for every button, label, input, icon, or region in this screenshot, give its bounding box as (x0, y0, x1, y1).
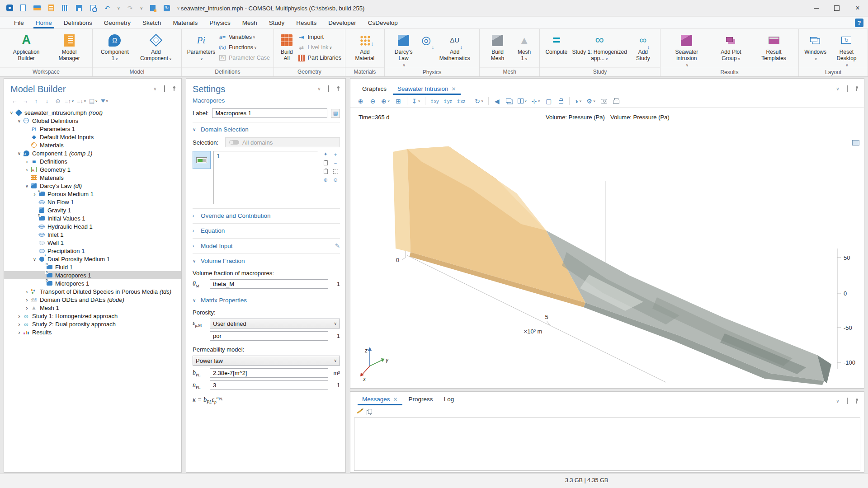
select-objects-icon[interactable] (505, 97, 513, 106)
tree-item-precipitation-1[interactable]: Precipitation 1 (4, 247, 181, 255)
plot-settings-icon[interactable]: ⊹∨ (532, 97, 541, 106)
tree-item-root[interactable]: seawater_intrusion.mph(root) (4, 108, 181, 117)
float-panel-icon[interactable] (328, 86, 329, 91)
panel-menu-icon[interactable]: ∨ (835, 398, 840, 404)
go-to-view-icon[interactable]: ↧∨ (412, 97, 421, 106)
menu-csdevelop[interactable]: CsDevelop (362, 17, 404, 28)
close-tab-icon[interactable]: ✕ (452, 86, 456, 92)
tree-item-macropores-1[interactable]: Macropores 1 (4, 271, 181, 279)
chevron-right-icon[interactable] (24, 288, 30, 295)
functions-button[interactable]: Functions∨ (218, 43, 270, 52)
zoom-extents-icon[interactable]: ⊞ (395, 97, 402, 106)
tree-item-geometry-1[interactable]: Geometry 1 (4, 165, 181, 174)
panel-menu-icon[interactable]: ∨ (835, 86, 840, 91)
forward-icon[interactable]: → (21, 98, 29, 104)
mesh-1-button[interactable]: Mesh 1∨ (513, 30, 536, 62)
tree-item-hydraulic-head-1[interactable]: Hydraulic Head 1 (4, 222, 181, 230)
tab-seawater-intrusion[interactable]: Seawater Intrusion✕ (393, 85, 461, 95)
chevron-right-icon[interactable] (16, 329, 22, 336)
tab-log[interactable]: Log (439, 396, 459, 405)
view-yz-icon[interactable]: ↥yz (443, 97, 452, 106)
seawater-intrusion-button[interactable]: Seawater intrusion∨ (664, 30, 710, 68)
tree-item-default-model-inputs[interactable]: Default Model Inputs (4, 133, 181, 141)
zoom-to-selection-icon[interactable]: ⊕ (322, 177, 329, 183)
back-icon[interactable]: ← (10, 98, 19, 104)
part-libraries-button[interactable]: Part Libraries (297, 53, 341, 62)
variables-button[interactable]: Variables∨ (218, 33, 270, 42)
add-to-selection-icon[interactable]: + (332, 151, 339, 158)
menu-sketch[interactable]: Sketch (137, 17, 167, 28)
undo-icon[interactable]: ↶ (103, 4, 111, 12)
result-templates-button[interactable]: Result Templates (753, 30, 795, 62)
help-button[interactable]: ? (855, 19, 863, 27)
tab-messages[interactable]: Messages✕ (358, 396, 402, 405)
scene-light-icon[interactable]: ◀ (493, 97, 501, 106)
paste-selection-icon[interactable] (324, 169, 328, 174)
bounding-box-icon[interactable]: ▢ (545, 97, 552, 106)
darcys-law-button[interactable]: Darcy's Law∨ (388, 30, 419, 68)
print-icon[interactable] (613, 97, 620, 106)
windows-button[interactable]: Windows∨ (802, 30, 828, 62)
chevron-down-icon[interactable] (32, 257, 38, 262)
move-up-icon[interactable]: ↑ (32, 98, 40, 104)
application-builder-button[interactable]: Application Builder (4, 30, 49, 62)
add-plot-group-button[interactable]: Add Plot Group∨ (710, 30, 752, 62)
filter-icon[interactable]: ∨ (100, 99, 108, 103)
tree-item-mesh-1[interactable]: Mesh 1 (4, 304, 181, 312)
menu-definitions[interactable]: Definitions (58, 17, 98, 28)
clear-messages-icon[interactable] (357, 409, 362, 414)
float-panel-icon[interactable] (164, 86, 165, 91)
zoom-in-icon[interactable]: ⊕ (357, 97, 364, 106)
copy-selection-icon[interactable] (324, 160, 328, 165)
clear-selection-icon[interactable] (332, 168, 339, 175)
save-icon[interactable] (76, 5, 82, 11)
show-grid-icon[interactable]: ∨ (518, 97, 527, 106)
view-xz-icon[interactable]: ↥xz (457, 97, 465, 106)
model-manager-icon[interactable] (48, 5, 54, 11)
label-input[interactable]: Macropores 1 (212, 108, 327, 118)
close-button[interactable]: × (847, 0, 868, 16)
selection-list-item[interactable]: 1 (217, 153, 315, 160)
show-icon[interactable]: ⊙ (54, 98, 62, 104)
menu-results[interactable]: Results (290, 17, 322, 28)
section-equation[interactable]: ›Equation (193, 223, 340, 234)
undo-dropdown-icon[interactable]: ∨ (117, 6, 120, 10)
pin-panel-icon[interactable] (335, 86, 341, 91)
remove-from-selection-icon[interactable]: − (332, 160, 339, 166)
add-mathematics-button[interactable]: Add Mathematics (434, 30, 476, 62)
permeability-model-select[interactable]: Power law∨ (193, 356, 340, 366)
tab-progress[interactable]: Progress (404, 396, 438, 405)
chevron-down-icon[interactable] (24, 183, 30, 188)
new-file-icon[interactable] (20, 5, 26, 11)
section-matrix-properties[interactable]: ∨Matrix Properties (193, 293, 340, 304)
pin-panel-icon[interactable] (171, 86, 177, 91)
chevron-down-icon[interactable] (16, 118, 22, 123)
close-tab-icon[interactable]: ✕ (393, 396, 398, 403)
messages-content[interactable] (354, 418, 860, 471)
expand-tree-icon[interactable]: ≡↑∨ (65, 98, 74, 104)
section-override[interactable]: ›Override and Contribution (193, 208, 340, 219)
menu-file[interactable]: File (8, 17, 30, 28)
zoom-out-icon[interactable]: ⊖ (369, 97, 377, 106)
plot-options-icon[interactable]: ⚙∨ (586, 97, 595, 106)
update-solution-icon[interactable]: ↻ (164, 5, 170, 11)
minimize-button[interactable] (806, 0, 826, 16)
menu-materials[interactable]: Materials (167, 17, 203, 28)
parameters-button[interactable]: Parameters∨ (185, 30, 217, 62)
import-button[interactable]: Import (297, 33, 341, 42)
theta-input[interactable]: theta_M (210, 279, 328, 289)
chevron-right-icon[interactable] (24, 166, 30, 173)
move-down-icon[interactable]: ↓ (43, 98, 51, 104)
tree-item-component-1[interactable]: Component 1(comp 1) (4, 149, 181, 157)
collapse-tree-icon[interactable]: ≡↓∨ (77, 98, 86, 104)
chevron-down-icon[interactable] (16, 151, 22, 156)
add-study-button[interactable]: Add Study (630, 30, 656, 62)
copy-solution-icon[interactable] (150, 5, 156, 11)
tree-item-global-definitions[interactable]: Global Definitions (4, 117, 181, 125)
section-domain-selection[interactable]: ∨Domain Selection (193, 122, 340, 133)
menu-mesh[interactable]: Mesh (236, 17, 263, 28)
model-manager-button[interactable]: Model Manager (50, 30, 88, 62)
component-1-button[interactable]: Component 1∨ (96, 30, 133, 62)
deactivate-selection-icon[interactable]: ⊙ (332, 177, 339, 183)
tree-item-no-flow-1[interactable]: No Flow 1 (4, 198, 181, 206)
